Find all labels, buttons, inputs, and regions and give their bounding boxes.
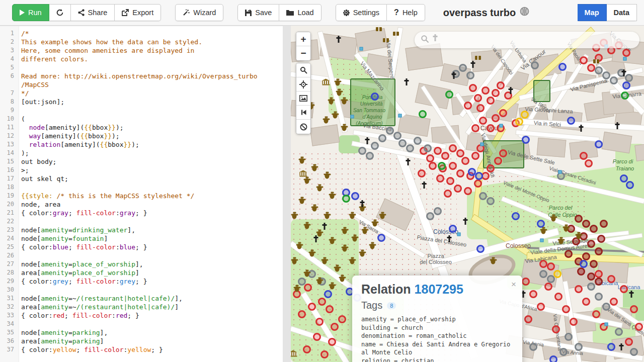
- marker-red[interactable]: [456, 169, 464, 177]
- marker-gray[interactable]: [298, 278, 306, 286]
- marker-red[interactable]: [630, 305, 638, 313]
- marker-gray[interactable]: [393, 132, 401, 140]
- marker-darkred[interactable]: [597, 235, 605, 243]
- marker-red[interactable]: [625, 338, 633, 346]
- marker-blue[interactable]: [549, 355, 557, 362]
- marker-red[interactable]: [487, 124, 495, 132]
- marker-red[interactable]: [487, 164, 495, 172]
- marker-blue[interactable]: [522, 136, 530, 144]
- marker-gray[interactable]: [587, 283, 595, 291]
- marker-darkred[interactable]: [600, 220, 608, 228]
- marker-gray[interactable]: [602, 303, 610, 311]
- marker-gray[interactable]: [398, 139, 407, 147]
- marker-red[interactable]: [592, 310, 600, 318]
- marker-gray[interactable]: [487, 197, 495, 205]
- marker-gray[interactable]: [531, 61, 539, 69]
- marker-red[interactable]: [304, 284, 312, 292]
- marker-blue[interactable]: [324, 290, 332, 298]
- marker-red[interactable]: [499, 109, 507, 117]
- marker-gray[interactable]: [414, 137, 422, 145]
- marker-red[interactable]: [449, 144, 457, 152]
- marker-red[interactable]: [474, 94, 482, 102]
- marker-gray[interactable]: [459, 64, 467, 72]
- wizard-button[interactable]: Wizard: [175, 4, 223, 21]
- marker-red[interactable]: [474, 179, 482, 188]
- marker-red[interactable]: [449, 162, 457, 170]
- marker-red[interactable]: [552, 325, 560, 333]
- marker-red[interactable]: [315, 318, 324, 326]
- marker-red[interactable]: [471, 152, 479, 160]
- marker-red[interactable]: [313, 333, 321, 341]
- marker-red[interactable]: [429, 162, 437, 170]
- marker-gray[interactable]: [595, 66, 603, 74]
- marker-yellow[interactable]: [515, 118, 523, 126]
- marker-gray[interactable]: [602, 71, 610, 79]
- help-button[interactable]: ? Help: [387, 4, 425, 21]
- marker-red[interactable]: [476, 104, 485, 112]
- marker-red[interactable]: [446, 177, 454, 185]
- marker-red[interactable]: [487, 97, 495, 105]
- marker-blue[interactable]: [580, 260, 588, 268]
- marker-gray[interactable]: [615, 328, 623, 336]
- marker-darkred[interactable]: [587, 240, 595, 248]
- marker-gray[interactable]: [565, 333, 573, 341]
- marker-red[interactable]: [587, 64, 595, 72]
- marker-red[interactable]: [469, 84, 477, 92]
- marker-red[interactable]: [580, 152, 588, 160]
- marker-gray[interactable]: [371, 142, 379, 150]
- marker-darkred[interactable]: [595, 247, 603, 255]
- marker-gray[interactable]: [406, 144, 414, 152]
- export-button[interactable]: Export: [115, 4, 161, 21]
- marker-gray[interactable]: [575, 343, 583, 351]
- marker-darkred[interactable]: [595, 278, 603, 286]
- marker-red[interactable]: [570, 318, 578, 326]
- marker-gray[interactable]: [539, 270, 547, 278]
- marker-darkred[interactable]: [590, 225, 598, 233]
- marker-blue[interactable]: [351, 192, 359, 200]
- marker-red[interactable]: [524, 315, 532, 323]
- marker-red[interactable]: [622, 49, 630, 57]
- marker-blue[interactable]: [512, 212, 520, 220]
- tab-map[interactable]: Map: [578, 4, 607, 21]
- marker-darkred[interactable]: [582, 252, 590, 260]
- marker-red[interactable]: [454, 185, 462, 193]
- map-search-input[interactable]: [429, 36, 633, 45]
- marker-red[interactable]: [461, 157, 469, 165]
- marker-red[interactable]: [595, 270, 603, 278]
- marker-red[interactable]: [537, 303, 545, 311]
- relation-id-link[interactable]: 1807295: [415, 282, 463, 296]
- marker-red[interactable]: [426, 154, 434, 162]
- marker-gray[interactable]: [466, 71, 474, 79]
- marker-red[interactable]: [298, 310, 306, 318]
- marker-red[interactable]: [620, 285, 628, 293]
- run-button[interactable]: Run: [12, 4, 49, 21]
- marker-gray[interactable]: [479, 192, 487, 200]
- marker-red[interactable]: [318, 298, 326, 306]
- marker-red[interactable]: [562, 305, 570, 313]
- marker-red[interactable]: [328, 338, 336, 346]
- marker-blue[interactable]: [558, 63, 567, 71]
- marker-red[interactable]: [544, 283, 552, 291]
- marker-gray[interactable]: [386, 127, 394, 135]
- marker-gray[interactable]: [378, 134, 386, 142]
- marker-gray[interactable]: [610, 76, 618, 84]
- marker-red[interactable]: [529, 290, 537, 298]
- marker-red[interactable]: [554, 293, 562, 301]
- marker-red[interactable]: [585, 159, 593, 167]
- map-search-button[interactable]: [296, 63, 310, 77]
- map[interactable]: Via MazzarinoVia dei SerpentiVia Panispe…: [291, 26, 644, 362]
- cancel-button[interactable]: [296, 120, 310, 134]
- marker-red[interactable]: [522, 278, 530, 286]
- marker-red[interactable]: [499, 149, 507, 157]
- marker-red[interactable]: [497, 81, 505, 89]
- marker-red[interactable]: [464, 102, 472, 110]
- marker-red[interactable]: [418, 169, 426, 177]
- marker-blue[interactable]: [377, 234, 385, 242]
- marker-red[interactable]: [481, 86, 490, 95]
- marker-darkred[interactable]: [590, 260, 598, 268]
- marker-gray[interactable]: [595, 293, 603, 301]
- marker-red[interactable]: [547, 262, 555, 270]
- marker-red[interactable]: [308, 303, 316, 311]
- marker-red[interactable]: [539, 260, 547, 268]
- marker-green[interactable]: [621, 92, 629, 100]
